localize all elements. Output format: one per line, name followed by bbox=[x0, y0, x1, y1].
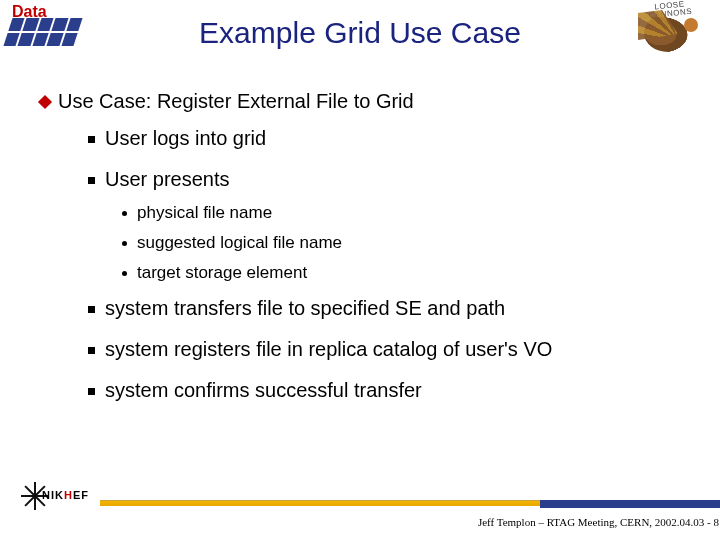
list-item: system registers file in replica catalog… bbox=[88, 338, 690, 361]
list-item: system transfers file to specified SE an… bbox=[88, 297, 690, 320]
square-bullet-icon bbox=[88, 306, 95, 313]
slide-body: Use Case: Register External File to Grid… bbox=[40, 90, 690, 420]
nikhef-h: H bbox=[64, 489, 73, 501]
footer-text: Jeff Templon – RTAG Meeting, CERN, 2002.… bbox=[478, 517, 719, 528]
nikhef-pre: NIK bbox=[42, 489, 64, 501]
step-text: system transfers file to specified SE an… bbox=[105, 297, 505, 320]
list-item: system confirms successful transfer bbox=[88, 379, 690, 402]
subitem-text: suggested logical file name bbox=[137, 233, 342, 253]
square-bullet-icon bbox=[88, 347, 95, 354]
use-case-heading-row: Use Case: Register External File to Grid bbox=[40, 90, 690, 113]
slide: Data LOOSE CANNONS Example Grid Use Case… bbox=[0, 0, 720, 540]
dot-bullet-icon bbox=[122, 271, 127, 276]
nikhef-post: EF bbox=[73, 489, 89, 501]
use-case-heading: Use Case: Register External File to Grid bbox=[58, 90, 414, 113]
list-item: target storage element bbox=[122, 263, 690, 283]
footer-rule bbox=[100, 500, 720, 506]
step-text: User logs into grid bbox=[105, 127, 266, 150]
dot-bullet-icon bbox=[122, 241, 127, 246]
step-text: system confirms successful transfer bbox=[105, 379, 422, 402]
list-item: User logs into grid bbox=[88, 127, 690, 150]
list-item: physical file name bbox=[122, 203, 690, 223]
dot-bullet-icon bbox=[122, 211, 127, 216]
presents-sublist: physical file name suggested logical fil… bbox=[122, 203, 690, 283]
slide-title: Example Grid Use Case bbox=[0, 16, 720, 50]
list-item: suggested logical file name bbox=[122, 233, 690, 253]
step-text: system registers file in replica catalog… bbox=[105, 338, 552, 361]
nikhef-text: NIKHEF bbox=[42, 490, 89, 501]
square-bullet-icon bbox=[88, 388, 95, 395]
list-item: User presents bbox=[88, 168, 690, 191]
subitem-text: target storage element bbox=[137, 263, 307, 283]
nikhef-logo: NIKHEF bbox=[20, 482, 80, 516]
subitem-text: physical file name bbox=[137, 203, 272, 223]
square-bullet-icon bbox=[88, 177, 95, 184]
step-text: User presents bbox=[105, 168, 230, 191]
use-case-step-list: User logs into grid User presents physic… bbox=[88, 127, 690, 402]
diamond-bullet-icon bbox=[38, 95, 52, 109]
square-bullet-icon bbox=[88, 136, 95, 143]
